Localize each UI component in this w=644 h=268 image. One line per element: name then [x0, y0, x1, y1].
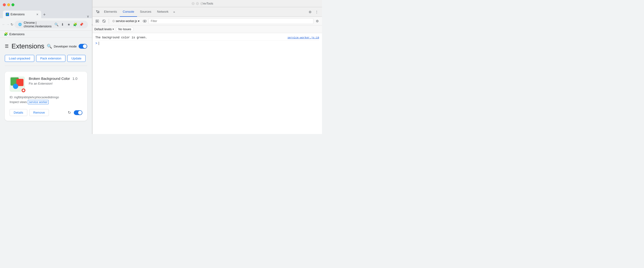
- dt-close-btn[interactable]: [192, 2, 194, 5]
- devtools-settings-button[interactable]: ⚙: [307, 9, 314, 15]
- title-group: ☰ Extensions: [5, 43, 44, 50]
- refresh-button[interactable]: ↻: [10, 21, 14, 28]
- tab-bar: 🧩 Extensions × + ∨: [0, 10, 92, 18]
- tab-menu-button[interactable]: ∨: [87, 14, 89, 18]
- traffic-lights: [3, 3, 14, 6]
- log-level-selector[interactable]: Default levels ▾: [94, 28, 114, 31]
- console-prompt-icon: >: [95, 42, 97, 45]
- console-caret: [99, 42, 99, 45]
- minimize-button[interactable]: [7, 3, 10, 6]
- dt-maximize-btn[interactable]: [200, 2, 203, 5]
- card-actions: Details Remove ↻: [10, 109, 82, 116]
- card-right: ↻: [68, 110, 82, 115]
- back-button[interactable]: ←: [2, 21, 5, 28]
- console-filter-input[interactable]: [148, 18, 314, 24]
- forward-button[interactable]: →: [6, 21, 10, 28]
- search-icon[interactable]: 🔍: [47, 44, 52, 49]
- extensions-content: ☰ Extensions 🔍 Developer mode Load unpac…: [0, 38, 92, 134]
- default-levels-label: Default levels: [94, 28, 112, 31]
- sidebar-menu-icon[interactable]: ☰: [5, 44, 8, 49]
- extension-icon-wrapper: [10, 77, 25, 92]
- more-tabs-button[interactable]: »: [171, 9, 177, 15]
- extension-id-row: ID: mgfbhjnibhjdehcphiocaoiediidmngo: [10, 96, 82, 99]
- dev-mode-group: 🔍 Developer mode: [47, 44, 87, 49]
- reload-extension-button[interactable]: ↻: [68, 110, 71, 115]
- download-icon[interactable]: ⬇: [60, 22, 66, 27]
- no-issues-badge: No Issues: [116, 27, 134, 32]
- maximize-button[interactable]: [12, 3, 14, 6]
- developer-mode-toggle[interactable]: [78, 44, 87, 49]
- toggle-knob: [78, 111, 82, 115]
- console-log-source[interactable]: service-worker.js:19: [288, 36, 319, 39]
- page-title: Extensions: [12, 43, 44, 50]
- inspect-element-button[interactable]: [94, 9, 101, 15]
- card-buttons: Details Remove: [10, 109, 49, 116]
- worker-label: service-worker.js: [116, 20, 137, 23]
- console-log-line: The background color is green. service-w…: [95, 35, 319, 41]
- extension-error-badge: [21, 88, 26, 93]
- worker-arrow-icon: ▾: [138, 20, 140, 23]
- zoom-icon[interactable]: 🔍: [54, 22, 59, 27]
- console-settings-icon[interactable]: ⚙: [314, 18, 320, 24]
- bookmark-star-icon[interactable]: ★: [66, 22, 72, 27]
- console-input-line[interactable]: >: [95, 41, 319, 46]
- svg-line-7: [103, 20, 105, 22]
- new-tab-button[interactable]: +: [42, 11, 47, 18]
- extension-name: Broken Background Color: [29, 77, 70, 81]
- tab-close-button[interactable]: ×: [36, 13, 38, 16]
- badge-inner: [22, 89, 24, 91]
- title-bar: [0, 0, 92, 10]
- extensions-header: ☰ Extensions 🔍 Developer mode: [5, 43, 87, 50]
- developer-mode-label: Developer mode: [54, 45, 77, 48]
- update-button[interactable]: Update: [67, 55, 86, 62]
- devtools-menu-button[interactable]: ⋮: [314, 9, 320, 15]
- details-button[interactable]: Details: [10, 109, 27, 116]
- console-eye-button[interactable]: [142, 18, 148, 24]
- load-unpacked-button[interactable]: Load unpacked: [5, 55, 34, 62]
- inspect-views-label: Inspect views: [10, 100, 27, 104]
- tab-network[interactable]: Network: [154, 7, 172, 17]
- svg-point-9: [144, 20, 146, 22]
- console-clear-button[interactable]: [101, 18, 107, 24]
- tab-favicon: 🧩: [6, 13, 9, 16]
- address-bar: ← → ↻ 🌐 Chrome | chrome://extensions 🔍 ⬇…: [0, 18, 92, 31]
- tab-console[interactable]: Console: [120, 7, 137, 17]
- tab-sources[interactable]: Sources: [137, 7, 154, 17]
- close-button[interactable]: [3, 3, 6, 6]
- worker-dot-icon: [112, 20, 115, 22]
- address-input[interactable]: 🌐 Chrome | chrome://extensions 🔍 ⬇ ★ 🧩 📌: [14, 21, 88, 28]
- extension-enabled-toggle[interactable]: [74, 110, 82, 115]
- pack-extension-button[interactable]: Pack extension: [36, 55, 66, 62]
- console-output: The background color is green. service-w…: [92, 33, 322, 134]
- dt-minimize-btn[interactable]: [196, 2, 199, 5]
- toggle-knob: [83, 44, 87, 48]
- breadcrumb-bar: 🧩 Extensions: [0, 31, 92, 38]
- extension-id-text: ID: mgfbhjnibhjdehcphiocaoiediidmngo: [10, 96, 59, 99]
- tab-elements[interactable]: Elements: [101, 7, 120, 17]
- devtools-title-bar: DevTools: [92, 0, 322, 7]
- extension-info: Broken Background Color 1.0 Fix an Exten…: [29, 77, 82, 92]
- extension-description: Fix an Extension!: [29, 82, 82, 85]
- devtools-panel: DevTools Elements Console Sources Networ…: [92, 0, 322, 134]
- browser-window: 🧩 Extensions × + ∨ ← → ↻ 🌐 Chrome | chro…: [0, 0, 92, 134]
- svg-marker-5: [96, 20, 98, 22]
- extension-card: Broken Background Color 1.0 Fix an Exten…: [5, 72, 87, 121]
- action-buttons: Load unpacked Pack extension Update: [5, 55, 87, 66]
- address-globe-icon: 🌐: [18, 23, 22, 26]
- card-top: Broken Background Color 1.0 Fix an Exten…: [10, 77, 82, 92]
- extensions-tab[interactable]: 🧩 Extensions ×: [3, 11, 41, 18]
- extension-puzzle-icon[interactable]: 🧩: [72, 22, 78, 27]
- console-log-text: The background color is green.: [95, 36, 147, 39]
- devtools-tabs: Elements Console Sources Network » ⚙ ⋮: [92, 7, 322, 17]
- breadcrumb-text: Extensions: [9, 32, 25, 36]
- pushpin-icon[interactable]: 📌: [78, 22, 84, 27]
- worker-selector[interactable]: service-worker.js ▾: [111, 19, 141, 23]
- extension-name-row: Broken Background Color 1.0: [29, 77, 82, 81]
- level-arrow-icon: ▾: [112, 28, 114, 31]
- console-play-button[interactable]: [94, 18, 100, 24]
- remove-button[interactable]: Remove: [29, 109, 49, 116]
- console-level-bar: Default levels ▾ No Issues: [92, 26, 322, 33]
- extension-version: 1.0: [72, 77, 78, 81]
- tab-label: Extensions: [10, 13, 25, 16]
- service-worker-link[interactable]: service worker: [28, 100, 49, 104]
